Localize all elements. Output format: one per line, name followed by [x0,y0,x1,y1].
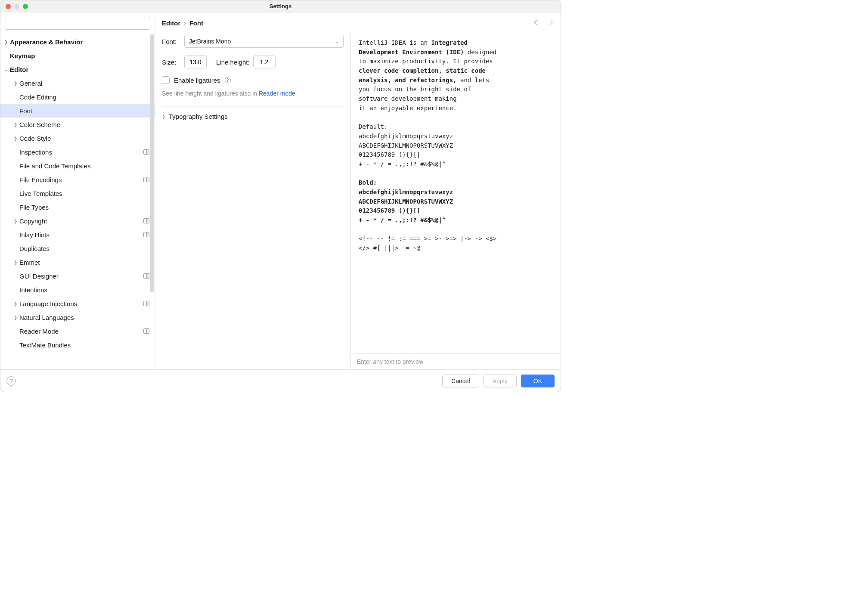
sidebar-item-live-templates[interactable]: Live Templates [0,186,155,200]
titlebar: Settings [0,0,561,12]
sidebar-item-textmate-bundles[interactable]: TextMate Bundles [0,338,155,352]
sidebar-item-inlay-hints[interactable]: Inlay Hints [0,228,155,242]
sidebar-item-label: Code Style [19,135,149,142]
font-label: Font: [162,38,181,45]
project-scope-icon [143,149,149,155]
sidebar-item-keymap[interactable]: Keymap [0,49,155,62]
chevron-right-icon: ❯ [12,136,19,141]
lineheight-input[interactable] [253,56,276,68]
window-title: Settings [270,3,291,9]
sidebar-item-language-injections[interactable]: ❯Language Injections [0,297,155,310]
sidebar-item-file-encodings[interactable]: File Encodings [0,173,155,186]
chevron-down-icon: ⌄ [335,39,339,44]
nav-arrows [533,19,554,27]
sidebar-item-label: File Types [19,204,149,211]
sidebar-item-emmet[interactable]: ❯Emmet [0,255,155,269]
nav-back-icon[interactable] [533,19,540,27]
chevron-right-icon: ❯ [12,122,19,127]
sidebar-item-file-and-code-templates[interactable]: File and Code Templates [0,159,155,173]
sidebar-item-label: Emmet [19,259,149,266]
breadcrumb-row: Editor › Font [155,12,561,33]
settings-tree[interactable]: ❯Appearance & BehaviorKeymap⌄Editor❯Gene… [0,34,155,369]
sidebar-item-gui-designer[interactable]: GUI Designer [0,269,155,283]
preview-text-input[interactable] [357,358,555,365]
apply-button: Apply [484,375,517,387]
project-scope-icon [143,273,149,279]
sidebar-item-label: Language Injections [19,300,143,307]
sidebar-item-label: Copyright [19,217,143,225]
sidebar-item-color-scheme[interactable]: ❯Color Scheme [0,118,155,131]
reader-mode-hint: See line height and ligatures also in Re… [162,90,344,97]
sidebar-item-copyright[interactable]: ❯Copyright [0,214,155,228]
chevron-right-icon: ❯ [12,315,19,320]
sidebar: ❯Appearance & BehaviorKeymap⌄Editor❯Gene… [0,12,155,369]
minimize-icon[interactable] [14,4,19,9]
preview-pane: IntelliJ IDEA is an Integrated Developme… [351,33,561,369]
sidebar-item-inspections[interactable]: Inspections [0,145,155,159]
search-input[interactable] [5,17,150,30]
size-label: Size: [162,59,181,66]
sidebar-item-label: Keymap [10,52,149,59]
breadcrumb-leaf: Font [189,19,203,27]
sidebar-item-label: General [19,80,149,87]
font-select[interactable]: JetBrains Mono ⌄ [184,35,344,48]
sidebar-item-label: Editor [10,66,149,73]
cancel-button[interactable]: Cancel [442,375,479,387]
project-scope-icon [143,301,149,306]
nav-forward-icon [547,19,554,27]
sidebar-item-appearance-behavior[interactable]: ❯Appearance & Behavior [0,35,155,49]
typography-settings-expander[interactable]: ❯ Typography Settings [162,106,344,120]
help-button[interactable]: ? [6,376,16,386]
body: ❯Appearance & BehaviorKeymap⌄Editor❯Gene… [0,12,561,369]
sidebar-item-editor[interactable]: ⌄Editor [0,62,155,76]
font-value: JetBrains Mono [189,38,231,45]
sidebar-item-reader-mode[interactable]: Reader Mode [0,324,155,338]
sidebar-item-intentions[interactable]: Intentions [0,283,155,297]
chevron-right-icon: ❯ [12,260,19,265]
sidebar-item-label: File and Code Templates [19,162,149,170]
footer: ? Cancel Apply OK [0,369,561,392]
sidebar-item-label: TextMate Bundles [19,341,149,349]
ligatures-label: Enable ligatures [174,77,220,84]
sidebar-item-label: Reader Mode [19,328,143,335]
sidebar-item-label: GUI Designer [19,273,143,280]
typography-settings-label: Typography Settings [169,113,228,120]
maximize-icon[interactable] [23,4,28,9]
content: Font: JetBrains Mono ⌄ Size: Line height… [155,33,561,369]
breadcrumb-root[interactable]: Editor [162,19,180,27]
sidebar-item-label: Inlay Hints [19,231,143,238]
font-row: Font: JetBrains Mono ⌄ [162,35,344,48]
help-icon[interactable]: ? [225,77,231,83]
sidebar-item-natural-languages[interactable]: ❯Natural Languages [0,310,155,324]
chevron-right-icon: ❯ [12,219,19,223]
size-input[interactable] [184,56,207,68]
sidebar-item-label: Appearance & Behavior [10,38,149,46]
sidebar-item-label: Natural Languages [19,314,149,321]
ok-button[interactable]: OK [521,375,555,387]
sidebar-item-code-style[interactable]: ❯Code Style [0,131,155,145]
project-scope-icon [143,177,149,182]
ligatures-checkbox[interactable] [162,76,170,84]
chevron-right-icon: ❯ [2,40,10,44]
lineheight-label: Line height: [216,59,250,66]
chevron-right-icon: ❯ [162,114,165,119]
sidebar-item-label: Duplicates [19,245,149,252]
chevron-right-icon: ❯ [12,301,19,306]
sidebar-item-label: Inspections [19,149,143,156]
sidebar-item-code-editing[interactable]: Code Editing [0,90,155,104]
project-scope-icon [143,218,149,223]
sidebar-item-label: File Encodings [19,176,143,183]
sidebar-item-duplicates[interactable]: Duplicates [0,242,155,255]
sidebar-item-label: Code Editing [19,93,149,101]
chevron-down-icon: ⌄ [2,67,10,72]
sidebar-item-font[interactable]: Font [0,104,155,118]
reader-mode-link[interactable]: Reader mode [259,90,295,97]
search-wrap [0,12,155,34]
close-icon[interactable] [6,4,11,9]
sidebar-item-file-types[interactable]: File Types [0,200,155,214]
breadcrumb-separator: › [184,20,186,26]
chevron-right-icon: ❯ [12,81,19,86]
sidebar-scrollbar[interactable] [149,34,155,292]
sidebar-item-general[interactable]: ❯General [0,76,155,90]
project-scope-icon [143,328,149,334]
